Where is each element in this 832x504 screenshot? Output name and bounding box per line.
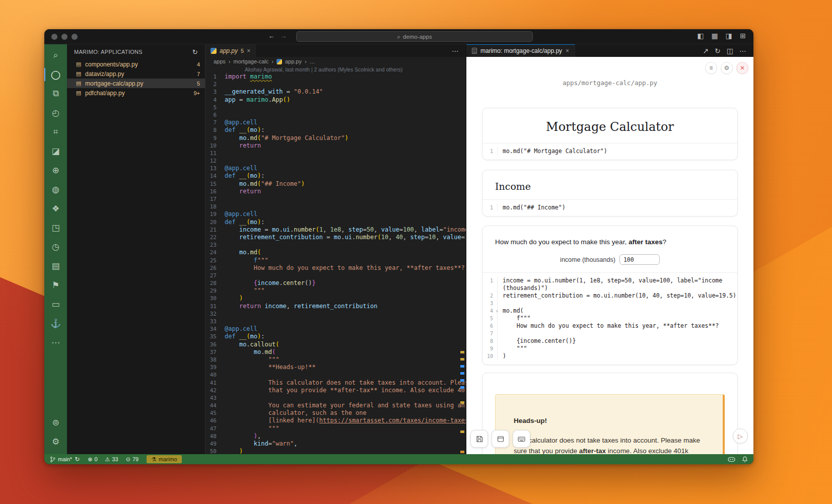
cell-code[interactable]: 1income = mo.ui.number(1, 1e8, step=50, … — [482, 273, 737, 365]
cell-code[interactable]: 1mo.md("# Mortgage Calculator") — [482, 143, 737, 160]
code-line[interactable]: 3__generated_with = "0.0.14" — [205, 88, 466, 96]
account-icon[interactable]: ⊚ — [44, 413, 67, 432]
code-line[interactable]: 24 mo.md( — [205, 249, 466, 256]
settings-gear-icon[interactable]: ⚙ — [44, 432, 67, 451]
editor-more-actions-icon[interactable]: ⋯ — [452, 47, 459, 55]
code-line[interactable]: 6 How much do you expect to make this ye… — [482, 322, 737, 330]
git-branch-item[interactable]: main* ↻ — [50, 456, 80, 463]
code-line[interactable]: 31 return income, retirement_contributio… — [205, 303, 466, 310]
code-line[interactable]: 10 return — [205, 142, 466, 150]
marimo-status-item[interactable]: ⚗ marimo — [147, 455, 182, 463]
code-line[interactable]: 33 — [205, 318, 466, 325]
bell-notifications-icon[interactable] — [742, 456, 748, 463]
overview-ruler[interactable] — [459, 73, 466, 454]
search-icon[interactable]: ⌕ — [44, 46, 67, 65]
breadcrumb-item[interactable]: app.py — [285, 58, 302, 64]
command-center-search[interactable]: ⌕ demo-apps — [296, 31, 533, 42]
github-icon[interactable]: ◍ — [44, 180, 67, 199]
globe-icon[interactable]: ⊕ — [44, 161, 67, 180]
toggle-panel-icon[interactable]: ▦ — [710, 32, 719, 40]
code-line[interactable]: 36 mo.callout( — [205, 341, 466, 348]
code-line[interactable]: 50 ) — [205, 448, 466, 454]
code-line[interactable]: 8def __(mo): — [205, 126, 466, 134]
code-line[interactable]: 43 — [205, 394, 466, 402]
code-line[interactable]: 1mo.md("## Income") — [482, 204, 737, 211]
breadcrumb-item[interactable]: … — [310, 58, 315, 64]
sidebar-refresh-icon[interactable]: ↻ — [192, 48, 198, 56]
customize-layout-icon[interactable]: ⊞ — [738, 32, 747, 40]
cell-code[interactable]: 1mo.md("## Income") — [482, 200, 737, 216]
code-line[interactable]: 17 — [205, 195, 466, 203]
history-icon[interactable]: ◷ — [44, 237, 67, 256]
code-line[interactable]: 22 retirement_contribution = mo.ui.numbe… — [205, 234, 466, 241]
code-line[interactable]: 8 {income.center()} — [482, 337, 737, 345]
code-line[interactable]: 32 — [205, 310, 466, 318]
breadcrumb-item[interactable]: apps — [214, 58, 226, 64]
debug-flag-icon[interactable]: ⚑ — [44, 275, 67, 295]
code-line[interactable]: 7 — [482, 330, 737, 337]
code-line[interactable]: 5 f""" — [482, 315, 737, 322]
toggle-secondary-sidebar-icon[interactable]: ◨ — [724, 32, 733, 40]
webview-shutdown-icon[interactable]: ✕ — [736, 62, 748, 74]
sidebar-item-mortgage-calc-app-py[interactable]: ▤mortgage-calc/app.py5 — [67, 79, 205, 88]
notebook-icon[interactable]: ▤ — [44, 256, 67, 275]
sidebar-item-components-app-py[interactable]: ▤components/app.py4 — [67, 59, 205, 69]
code-line[interactable]: 45 calculator, such as the one — [205, 409, 466, 417]
code-line[interactable]: 28 {income.center()} — [205, 279, 466, 287]
webview-menu-icon[interactable]: ≡ — [705, 62, 717, 74]
tab-marimo-webview[interactable]: marimo: mortgage-calc/app.py × — [466, 44, 575, 57]
code-line[interactable]: 42 that you provide **after-tax** income… — [205, 387, 466, 394]
code-line[interactable]: 37 mo.md( — [205, 348, 466, 356]
code-line[interactable]: 2retirement_contribution = mo.ui.number(… — [482, 292, 737, 300]
code-line[interactable]: 21 income = mo.ui.number(1, 1e8, step=50… — [205, 226, 466, 234]
code-line[interactable]: 44 You can estimate your federal and sta… — [205, 402, 466, 409]
code-line[interactable]: 6 — [205, 111, 466, 119]
sync-icon[interactable]: ↻ — [75, 456, 80, 463]
code-line[interactable]: 1mo.md("# Mortgage Calculator") — [482, 148, 737, 155]
code-line[interactable]: 26 How much do you expect to make this y… — [205, 264, 466, 272]
reload-icon[interactable]: ↻ — [715, 47, 721, 55]
webview-settings-icon[interactable]: ⚙ — [721, 62, 733, 74]
nav-forward-icon[interactable]: → — [279, 32, 288, 40]
code-line[interactable]: (thousands)") — [482, 284, 737, 292]
more-extensions-icon[interactable]: ⋯ — [44, 333, 67, 352]
code-line[interactable]: 38 """ — [205, 356, 466, 364]
close-window-button[interactable] — [51, 34, 57, 40]
code-line[interactable]: 2 — [205, 81, 466, 88]
code-line[interactable]: 25 f""" — [205, 257, 466, 264]
code-line[interactable]: 12 — [205, 157, 466, 165]
code-line[interactable]: 39 **Heads-up!** — [205, 364, 466, 371]
code-line[interactable]: 9 """ — [482, 345, 737, 352]
remote-monitor-icon[interactable]: ▭ — [44, 295, 67, 314]
code-line[interactable]: 4∨mo.md( — [482, 307, 737, 315]
code-line[interactable]: 40 — [205, 371, 466, 379]
breadcrumb[interactable]: apps › mortgage-calc › app.py › … — [205, 57, 466, 66]
tab-app-py[interactable]: app.py 5 × — [205, 44, 256, 57]
code-line[interactable]: 46 [linked here](https://smartasset.com/… — [205, 417, 466, 424]
income-number-input[interactable]: 100 — [619, 254, 660, 265]
code-line[interactable]: 7@app.cell — [205, 119, 466, 126]
code-line[interactable]: 4app = marimo.App() — [205, 96, 466, 104]
more-actions-icon[interactable]: ⋯ — [739, 47, 746, 55]
toggle-sidebar-icon[interactable]: ◧ — [696, 32, 705, 40]
code-line[interactable]: 11 — [205, 150, 466, 157]
code-line[interactable]: 10) — [482, 352, 737, 360]
code-line[interactable]: 16 return — [205, 188, 466, 195]
code-line[interactable]: 35def __(mo): — [205, 333, 466, 340]
code-line[interactable]: 41 This calculator does not take taxes i… — [205, 379, 466, 387]
code-line[interactable]: 47 """ — [205, 425, 466, 433]
code-line[interactable]: 27 — [205, 272, 466, 279]
code-line[interactable]: 18 — [205, 203, 466, 210]
sidebar-item-dataviz-app-py[interactable]: ▤dataviz/app.py7 — [67, 69, 205, 79]
code-line[interactable]: 9 mo.md("# Mortgage Calculator") — [205, 134, 466, 142]
code-line[interactable]: 3 — [482, 300, 737, 307]
docker-icon[interactable]: ⚓ — [44, 314, 67, 333]
code-line[interactable]: 34@app.cell — [205, 325, 466, 333]
copilot-icon[interactable] — [728, 457, 735, 462]
problems-item[interactable]: ⊗ 0 ⚠ 33 ⊙ 79 — [88, 456, 138, 463]
diamonds-icon[interactable]: ❖ — [44, 199, 67, 218]
code-line[interactable]: 1import marimo — [205, 73, 466, 81]
marimo-icon[interactable]: ◯ — [44, 65, 67, 84]
comments-icon[interactable]: ◳ — [44, 218, 67, 237]
code-line[interactable]: 49 kind="warn", — [205, 440, 466, 448]
